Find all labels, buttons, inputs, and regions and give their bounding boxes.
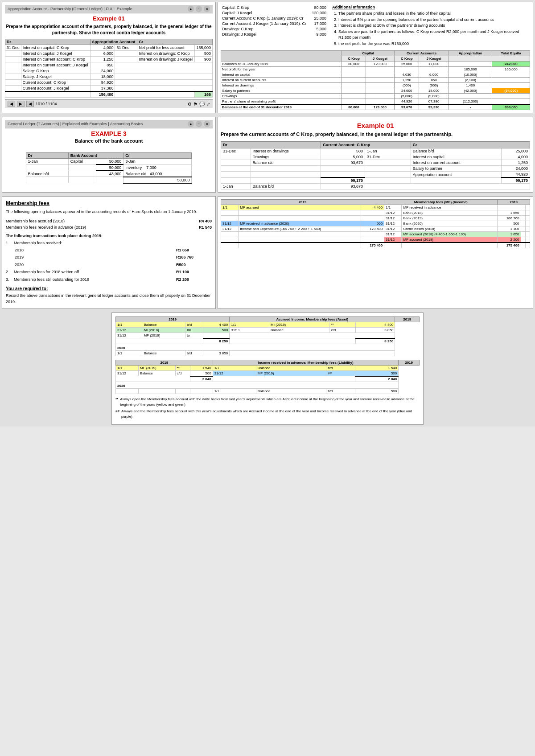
liab-cr-date-2: 31/12 [213, 370, 256, 376]
mf-cr-date-3: 31/12 [384, 216, 402, 221]
list-item: the net profit for the year was R160,000 [338, 41, 530, 47]
ca-dr-desc-2: Drawings [251, 154, 321, 160]
info-icon[interactable]: ● [188, 6, 194, 12]
trans-year-2020: 2020 [15, 262, 174, 268]
trans-num-1: 1. [6, 240, 12, 246]
chat-icon[interactable]: 💬 [199, 102, 205, 107]
expand-icon[interactable]: ⤢ [206, 102, 210, 107]
cell: (10,000) [449, 72, 492, 78]
mf-row-7: 31/12 MF accrued (2019) 2 200 [221, 237, 530, 243]
cr-date-2 [115, 51, 137, 57]
mf-cr-desc-4: Bank (2020) [402, 221, 498, 226]
cell: - [449, 104, 492, 110]
cell [342, 88, 366, 94]
ca-row-balbd: 1-Jan Balance b/d 93,670 [221, 184, 530, 189]
cell: 99,330 [419, 104, 449, 110]
cell [342, 83, 366, 88]
note-star-1: ** [115, 397, 118, 407]
bank-title: Balance off the bank account [5, 138, 213, 144]
liability-cr-header: 2019 [399, 360, 420, 365]
ca-dr-amt-3: 93,670 [321, 160, 365, 166]
row-label: Interest on capital [221, 72, 342, 78]
cell [419, 67, 449, 72]
liab-cr-desc-1: Balance [256, 365, 326, 370]
capital-table: Capital: C Krop 80,000 Capital: J Kosgel… [221, 5, 328, 37]
nav-prev-btn[interactable]: ◀ [8, 101, 15, 107]
trans-sub-row-3: 2020 R500 [15, 262, 212, 268]
cell [492, 83, 530, 88]
table-row: Interest on capital: J Kosgel 6,000 Inte… [5, 51, 213, 57]
mf-row-6: 31/12 MF accrued (2018) (4 400-1 650-1 1… [221, 232, 530, 237]
accrued-row-1: 1/1 Balance b/d 4 400 1/1 MI (2019) ** 4… [116, 322, 420, 328]
mf-row-4: 31/12 MF received in advance (2020) 500 … [221, 221, 530, 226]
mf-dr-date-4: 31/12 [221, 221, 239, 226]
dr-amt-1: 4,000 [90, 45, 115, 51]
cell: 25,000 [395, 62, 419, 67]
partners-combined-table: Capital Current Accounts Appropriation T… [221, 50, 530, 110]
required-text: Record the above transactions in the rel… [6, 293, 212, 305]
dr-date-1: 31 Dec [5, 45, 21, 51]
mf-cr-date-6: 31/12 [384, 232, 402, 237]
ca-cr-amt-3: 1,250 [502, 160, 530, 166]
mf-cr-amt-4: 500 [498, 221, 521, 226]
bank-row-3: Balance b/d 43,000 Balance c/d 43,000 [26, 171, 192, 177]
ca-account-title: Current Account: C Krop [321, 142, 411, 148]
dr-desc-2: Interest on capital: J Kosgel [21, 51, 90, 57]
example-title-top-left: Example 01 [5, 15, 213, 22]
ca-dr-desc-bal: Balance b/d [251, 184, 321, 189]
bank-row-1: 1-Jan Capital 50,000 3-Jan [26, 159, 192, 165]
cell [366, 88, 395, 94]
list-item: Salaries are paid to the partners as fol… [338, 29, 530, 41]
cell: (2,100) [449, 78, 492, 83]
ca-cr-header: Cr [411, 142, 530, 148]
row-label: Balances at 31 January 2019 [221, 62, 342, 67]
cr-desc-1: Net profit for less account [137, 45, 195, 51]
mf-row-3: 31/12 Bank (2019) 166 760 [221, 216, 530, 221]
mf-dr-date-2 [221, 210, 239, 216]
cell: (9,000) [419, 94, 449, 99]
share-icon[interactable]: ↑ [196, 6, 202, 12]
cell [366, 72, 395, 78]
cr-amt-2: 500 [195, 51, 213, 57]
mf-dr-desc-4: MF received in advance (2020) [239, 221, 361, 226]
ca-dr-date-bal: 1-Jan [221, 184, 251, 189]
col-ckrop-cap: C Krop [342, 56, 366, 62]
cell: 123,000 [366, 62, 395, 67]
cell: 18,000 [419, 88, 449, 94]
mf-dr-header: 2019 [221, 200, 384, 205]
nav-play-btn[interactable]: ▶ [17, 101, 25, 107]
ca-cr-amt-4: 24,000 [502, 166, 530, 172]
cell: 393,000 [492, 104, 530, 110]
accrued-dr-amt-1: 4 400 [203, 322, 229, 328]
liability-2020-balance: 1/1 Balance b/d 500 [116, 388, 420, 394]
close-icon[interactable]: ✕ [204, 6, 210, 12]
liability-total-row: 2 040 2 040 [116, 376, 420, 382]
nav-skip-btn[interactable]: ◀ [26, 101, 34, 107]
accrued-dr-ref-2: ## [185, 328, 203, 333]
info-icon-2[interactable]: ● [188, 121, 194, 127]
balance-label-1: Membership fees accrued (2018) [6, 218, 197, 224]
table-row: Capital: J Kosgel 120,000 [221, 10, 328, 16]
mf-cr-date-7: 31/12 [384, 237, 402, 243]
ca-cr-desc-1: Balance b/d [411, 148, 501, 154]
flag-icon[interactable]: ⚑ [193, 102, 198, 107]
cell: 850 [419, 78, 449, 83]
account-title-approp: Appropriation Account [90, 39, 137, 45]
share-icon-2[interactable]: ↑ [196, 121, 202, 127]
trans-sub-row-1: 2018 R1 650 [15, 247, 212, 253]
mf-row-2: 31/12 Bank (2018) 1 650 [221, 210, 530, 216]
liab-cr-ref-2: ## [326, 370, 355, 376]
cr-date-1: 31 Dec [115, 45, 137, 51]
liab-dr-desc-1: MF (2019) [138, 365, 175, 370]
settings-icon[interactable]: ⚙ [188, 102, 192, 107]
capital-label-4: Current Account: J Kosgei (1 January 201… [221, 21, 310, 26]
accrued-cr-date-2: 31/11 [230, 328, 269, 333]
dr-desc-6: Salary: J Kosgel [21, 74, 90, 80]
mf-cr-date-5: 31/12 [384, 226, 402, 232]
mf-cr-amt-2: 1 650 [498, 210, 521, 216]
list-item: The partners share profits and losses in… [338, 11, 530, 17]
bank-cr-balcd: Balance c/d 43,000 [123, 171, 192, 177]
cr-amt-1: 165,000 [195, 45, 213, 51]
accrued-row-2: 31/12 MI (2018) ## 500 31/11 Balance c/d… [116, 328, 420, 333]
close-icon-2[interactable]: ✕ [204, 121, 210, 127]
